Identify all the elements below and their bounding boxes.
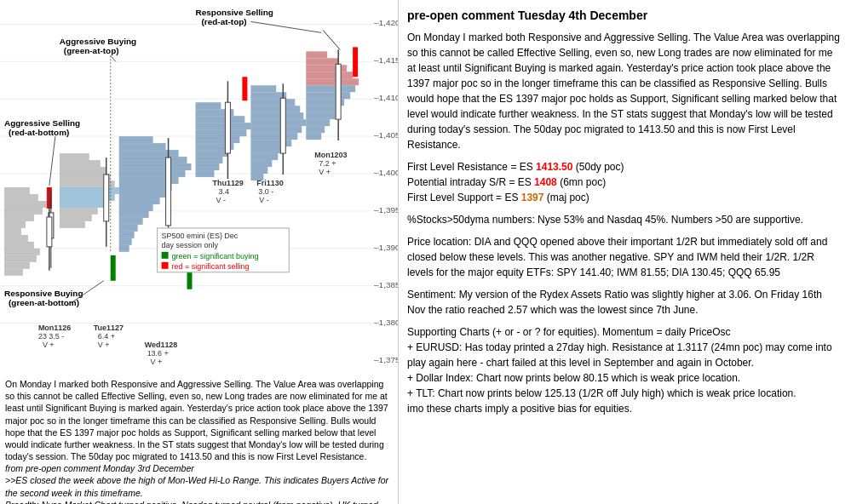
bottom-commentary: from pre-open comment Monday 3rd Decembe… [5, 463, 388, 504]
svg-rect-27 [4, 235, 28, 242]
svg-rect-44 [60, 201, 106, 208]
svg-rect-54 [119, 170, 186, 177]
svg-text:V +: V + [43, 341, 55, 349]
svg-rect-38 [60, 160, 101, 167]
svg-rect-99 [306, 92, 350, 99]
svg-text:Aggressive Buying: Aggressive Buying [60, 37, 136, 46]
paragraph-1: On Monday I marked both Responsive and A… [407, 30, 842, 152]
svg-rect-106 [353, 47, 358, 77]
sar-note: (6mn poc) [557, 176, 606, 188]
svg-rect-86 [250, 133, 297, 140]
page-title: pre-open comment Tuesday 4th December [407, 7, 842, 25]
svg-text:13.6 +: 13.6 + [147, 349, 169, 358]
svg-rect-81 [250, 99, 295, 106]
svg-rect-102 [306, 112, 336, 119]
svg-rect-98 [306, 85, 355, 92]
svg-text:–1,385: –1,385 [374, 280, 398, 289]
svg-rect-69 [196, 116, 245, 123]
svg-text:–1,420: –1,420 [374, 18, 398, 27]
svg-text:3.0 -: 3.0 - [258, 187, 273, 196]
svg-rect-37 [60, 153, 89, 160]
svg-text:–1,390: –1,390 [374, 243, 398, 252]
support-line: First Level Support = ES 1397 (maj poc) [407, 190, 842, 205]
resistance-value: 1413.50 [536, 161, 572, 173]
svg-rect-22 [4, 201, 47, 208]
svg-text:Fri1130: Fri1130 [256, 179, 283, 187]
sar-line: Potential intraday S/R = ES 1408 (6mn po… [407, 175, 842, 190]
svg-text:(red-at-bottom): (red-at-bottom) [9, 128, 69, 137]
svg-rect-67 [196, 102, 221, 109]
svg-rect-63 [119, 232, 135, 238]
svg-text:V -: V - [216, 196, 225, 204]
svg-rect-26 [4, 228, 21, 235]
svg-rect-96 [306, 72, 353, 78]
svg-rect-91 [250, 167, 267, 174]
svg-rect-20 [4, 187, 30, 194]
svg-rect-94 [306, 58, 338, 65]
svg-rect-84 [250, 119, 306, 126]
svg-rect-83 [250, 112, 303, 119]
svg-rect-32 [4, 269, 23, 276]
svg-rect-58 [119, 198, 160, 204]
svg-rect-75 [196, 157, 223, 163]
svg-rect-157 [162, 252, 169, 259]
svg-rect-104 [306, 126, 325, 133]
price-levels: First Level Resistance = ES 1413.50 (50d… [407, 159, 842, 205]
svg-text:–1,400: –1,400 [374, 168, 398, 177]
svg-rect-159 [162, 262, 169, 269]
svg-rect-50 [119, 143, 166, 150]
svg-text:6.4 +: 6.4 + [98, 332, 115, 341]
svg-rect-24 [4, 215, 34, 221]
stocks-text: %Stocks>50dyma numbers: Nyse 53% and Nas… [407, 212, 842, 227]
svg-rect-48 [111, 255, 116, 281]
svg-rect-59 [119, 204, 153, 211]
svg-text:SP500 emini (ES) Dec: SP500 emini (ES) Dec [162, 232, 239, 240]
svg-text:Thu1129: Thu1129 [212, 179, 243, 187]
price-location-text: Price location: DIA and QQQ opened above… [407, 234, 842, 280]
svg-rect-25 [4, 221, 26, 228]
svg-rect-49 [119, 136, 153, 143]
paragraph-2: %Stocks>50dyma numbers: Nyse 53% and Nas… [407, 212, 842, 227]
paragraph-3: Price location: DIA and QQQ opened above… [407, 234, 842, 280]
svg-rect-39 [60, 167, 106, 174]
svg-text:Mon1203: Mon1203 [314, 151, 347, 159]
supporting-charts-text: Supporting Charts (+ or - or ? for equit… [407, 324, 842, 416]
right-panel: pre-open comment Tuesday 4th December On… [399, 0, 851, 504]
svg-rect-70 [196, 123, 251, 129]
svg-text:green = significant buying: green = significant buying [172, 252, 259, 261]
svg-rect-118 [336, 64, 341, 119]
svg-text:V +: V + [151, 358, 163, 366]
svg-text:(red-at-top): (red-at-top) [201, 17, 246, 26]
sar-value: 1408 [534, 176, 557, 188]
svg-rect-61 [119, 218, 143, 225]
svg-rect-21 [4, 194, 38, 201]
svg-text:(green-at-bottom): (green-at-bottom) [9, 298, 79, 307]
svg-rect-62 [119, 225, 138, 232]
svg-rect-30 [4, 255, 37, 262]
svg-rect-89 [250, 153, 278, 160]
svg-text:–1,405: –1,405 [374, 130, 398, 140]
svg-text:V -: V - [259, 196, 268, 204]
svg-rect-65 [119, 245, 129, 252]
svg-rect-105 [306, 133, 321, 140]
resistance-label: First Level Resistance = ES [407, 161, 536, 173]
svg-rect-45 [60, 208, 98, 215]
svg-rect-56 [119, 184, 172, 191]
svg-rect-52 [119, 157, 187, 163]
svg-rect-46 [60, 215, 92, 221]
svg-rect-72 [196, 136, 240, 143]
svg-text:Mon1126: Mon1126 [38, 324, 71, 332]
svg-rect-103 [306, 119, 330, 126]
svg-text:–1,380: –1,380 [374, 318, 398, 327]
svg-rect-110 [104, 175, 109, 221]
svg-rect-112 [166, 158, 171, 226]
bottom-text-area: On Monday I marked both Responsive and A… [0, 375, 398, 504]
svg-text:3.4: 3.4 [218, 187, 228, 196]
svg-rect-42 [60, 187, 119, 194]
svg-text:Responsive Selling: Responsive Selling [196, 8, 273, 17]
svg-rect-85 [250, 126, 302, 133]
svg-rect-31 [4, 262, 30, 269]
left-panel: –1,420 –1,415 –1,410 –1,405 –1,400 –1,39… [0, 0, 399, 504]
intro-text: On Monday I marked both Responsive and A… [407, 30, 842, 152]
svg-rect-51 [119, 150, 179, 157]
